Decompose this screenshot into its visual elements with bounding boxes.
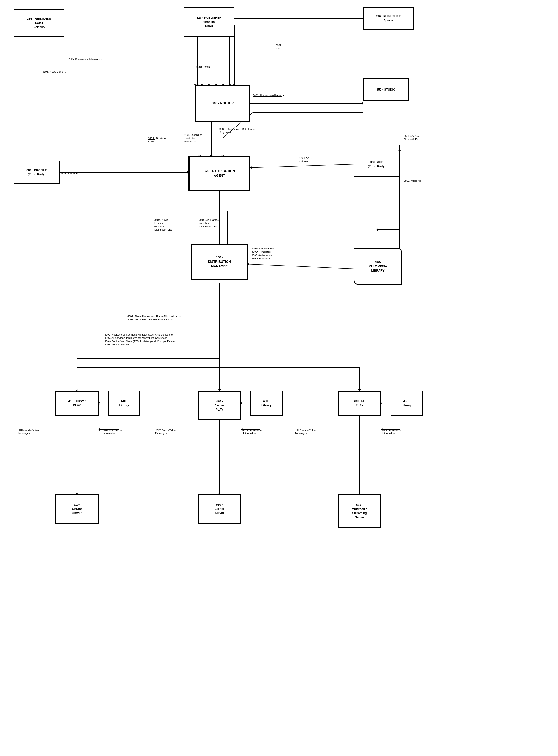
box-330: 330 - PUBLISHER Sports [363, 7, 413, 30]
label-370l: 370L. Ad Frames with their Distribution … [199, 218, 219, 228]
box-430: 430 - PC PLAY [338, 390, 381, 416]
box-350: 350 - STUDIO [363, 78, 409, 101]
box-620: 620 - Carrier Server [198, 494, 241, 524]
label-360g: 360G. Profile ➤ [60, 172, 78, 175]
box-410: 410 - Onstar PLAY [55, 390, 99, 416]
label-420y: 420Y. Audio/Video Messages [155, 428, 176, 435]
svg-line-21 [250, 164, 354, 168]
label-630z: 630Z. Subscriber Information [382, 428, 401, 435]
box-420: 420 - Carrier PLAY [198, 390, 241, 420]
label-620z: 620Z. Subscriber Information [243, 428, 262, 435]
box-400: 400 - DISTRIBUTION MANAGER [191, 244, 248, 280]
box-460: 460 - Library [390, 390, 423, 416]
label-410y: 410Y. Audio/Video Messages [18, 428, 39, 435]
label-320a: 320A. 320B. [196, 66, 210, 69]
arrows-svg [0, 0, 558, 756]
label-310b: 310B. News Content [43, 70, 66, 73]
box-370: 370 - DISTRIBUTION AGENT [188, 156, 250, 191]
label-430y: 430Y. Audio/Video Messages [295, 428, 315, 435]
label-340c: 340C. Unstructured News ➤ [253, 94, 284, 97]
label-390h: 390H. Ad ID and Info [299, 156, 312, 163]
svg-line-24 [248, 264, 354, 269]
box-450: 450 - Library [250, 390, 283, 416]
box-380: 380 -ADS (Third Party) [354, 152, 400, 177]
box-310: 310 -PUBLISHER Retail Portolio [14, 9, 64, 37]
label-310a: 310A. Registration Information [68, 57, 102, 61]
box-340: 340 - ROUTER [195, 85, 250, 122]
label-340e: 340E. Structured News [148, 137, 167, 143]
label-370k: 370K. News Frames with their Distributio… [154, 218, 172, 231]
label-390n: 390N. A/V Segments 390O. Templates 390P.… [252, 247, 275, 260]
box-320: 320 - PUBLISHER Financial News [184, 7, 234, 37]
box-390: 390- MULTIMEDIA LIBRARY [354, 248, 402, 285]
label-350l: 350L A/V News Files with ID [404, 134, 421, 141]
label-400r: 400R. News Frames and Frame Distribution… [127, 315, 181, 321]
label-340f: 340F. Organized registration Information [184, 133, 202, 143]
box-440: 440 - Library [108, 390, 140, 416]
label-350d: 350D. Unstructured Data Frame, Augmented [220, 127, 256, 134]
box-360: 360 - PROFILE (Third Party) [14, 161, 60, 184]
box-610: 610 - OnStar Server [55, 494, 99, 524]
label-400u: 400U. Audio/Video Segments Updates (Add,… [104, 333, 176, 346]
label-380j: 380J. Audio Ad [404, 179, 421, 182]
label-330a: 330A. 330B. [276, 44, 282, 50]
box-630: 630 - Multimedia Streaming Server [338, 494, 381, 528]
label-610z: 610Z. Subscriber Information [103, 428, 123, 435]
diagram: 310 -PUBLISHER Retail Portolio 320 - PUB… [0, 0, 558, 756]
